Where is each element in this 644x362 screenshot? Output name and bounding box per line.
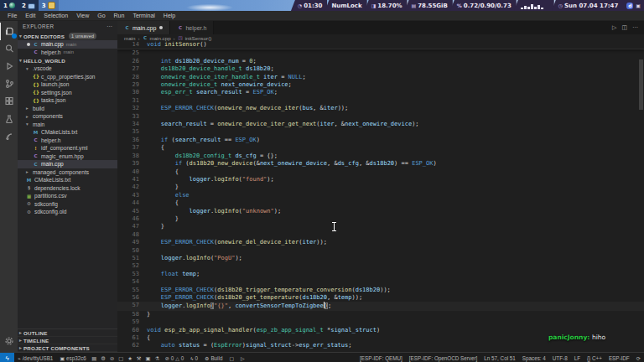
activitybar-settings[interactable] <box>0 333 18 350</box>
split-editor-icon[interactable]: ◫ <box>621 24 627 31</box>
tree-item-launch.json[interactable]: {}launch.json <box>18 80 117 89</box>
tree-item-CMakeLists.txt[interactable]: MCMakeLists.txt <box>18 128 117 137</box>
tree-item-managed_components[interactable]: ▸managed_components <box>18 168 117 177</box>
code-line-30[interactable]: 30 esp_err_t search_result = ESP_OK; <box>117 89 644 96</box>
code-line-47[interactable]: 47 } <box>117 223 644 230</box>
statusbar-espidf[interactable]: ESP-IDF <box>605 355 633 361</box>
open-editor-main.cpp[interactable]: Cmain.cppmain <box>18 40 117 49</box>
activitybar-testing[interactable] <box>0 111 18 128</box>
code-line-34[interactable]: 34 search_result = onewire_device_iter_g… <box>117 121 644 128</box>
code-line-53[interactable]: 53 float temp; <box>117 271 644 278</box>
code-line-43[interactable]: 43 else <box>117 192 644 199</box>
code-line-26[interactable]: 26 int ds18b20_device_num = 0; <box>117 58 644 65</box>
breadcrumb-main[interactable]: main <box>124 35 135 41</box>
espidf-build-box-icon[interactable]: ▢ <box>117 355 126 361</box>
menu-terminal[interactable]: Terminal <box>128 13 158 18</box>
statusbar-run-task[interactable]: ▷ <box>237 355 248 361</box>
code-line-25[interactable]: 25 <box>117 49 644 57</box>
tree-item-dependencies.lock[interactable]: §dependencies.lock <box>18 184 117 193</box>
tray-display-icon[interactable]: ▣ <box>636 3 641 8</box>
tree-item-tasks.json[interactable]: {}tasks.json <box>18 96 117 105</box>
statusbar-folder[interactable]: ▢ <box>226 355 237 361</box>
statusbar-sync[interactable]: ⟳ <box>633 355 644 361</box>
menu-run[interactable]: Run <box>110 13 129 18</box>
workspace-2[interactable]: 2 <box>18 0 39 11</box>
section-timeline[interactable]: ▸TIMELINE <box>18 337 117 344</box>
tree-item-magic_enum.hpp[interactable]: Cmagic_enum.hpp <box>18 153 117 161</box>
breadcrumb-initSensor()[interactable]: ◳initSensor() <box>178 35 212 41</box>
activitybar-espressif[interactable] <box>0 128 18 146</box>
tray-app-icon[interactable]: d <box>626 3 633 9</box>
code-line-38[interactable]: 38 ds18b20_config_t ds_cfg = {}; <box>117 153 644 160</box>
code-line-46[interactable]: 46 } <box>117 215 644 223</box>
statusbar-indentation[interactable]: Spaces: 4 <box>519 355 549 361</box>
open-editors-header[interactable]: ▾ OPEN EDITORS 1 unsaved <box>18 32 117 40</box>
menu-edit[interactable]: Edit <box>21 13 39 18</box>
tab-helper.h[interactable]: Chelper.h <box>170 21 214 34</box>
code-line-40[interactable]: 40 { <box>117 168 644 176</box>
menu-selection[interactable]: Selection <box>39 13 72 18</box>
espidf-test-flask-icon[interactable]: ⚗ <box>153 355 162 361</box>
menu-go[interactable]: Go <box>93 13 109 18</box>
statusbar-flash-count[interactable]: ϟ0 <box>187 355 201 361</box>
code-line-48[interactable]: 48 <box>117 231 644 239</box>
code-line-56[interactable]: 56 ESP_ERROR_CHECK(ds18b20_get_temperatu… <box>117 294 644 302</box>
activitybar-search[interactable] <box>0 40 18 58</box>
tree-item-settings.json[interactable]: {}settings.json <box>18 89 117 97</box>
breadcrumb[interactable]: main›Cmain.cpp›◳initSensor() <box>117 34 644 41</box>
breadcrumb-main.cpp[interactable]: Cmain.cpp <box>142 35 170 41</box>
tree-item-.vscode[interactable]: ▾.vscode <box>18 65 117 73</box>
code-line-35[interactable]: 35 <box>117 128 644 136</box>
tree-item-sdkconfig.old[interactable]: ⚙sdkconfig.old <box>18 208 117 216</box>
code-line-28[interactable]: 28 onewire_device_iter_handle_t iter = N… <box>117 74 644 81</box>
menu-file[interactable]: File <box>3 13 21 18</box>
tree-item-CMakeLists.txt[interactable]: MCMakeLists.txt <box>18 176 117 184</box>
statusbar-espidf-qemu[interactable]: [ESP-IDF: QEMU] <box>356 355 406 361</box>
code-line-45[interactable]: 45 logger.logInfo("unknown"); <box>117 208 644 215</box>
code-line-31[interactable]: 31 <box>117 97 644 105</box>
activitybar-explorer[interactable] <box>0 23 18 40</box>
code-line-36[interactable]: 36 if (search_result == ESP_OK) <box>117 137 644 144</box>
tab-main.cpp[interactable]: Cmain.cpp <box>117 21 170 34</box>
code-line-52[interactable]: 52 <box>117 262 644 270</box>
code-line-51[interactable]: 51 logger.logInfo("PogU"); <box>117 255 644 262</box>
tree-item-sdkconfig[interactable]: ⚙sdkconfig <box>18 200 117 209</box>
statusbar-espidf-openocd[interactable]: [ESP-IDF: OpenOCD Server] <box>406 355 481 361</box>
statusbar-cursor-position[interactable]: Ln 57, Col 51 <box>480 355 518 361</box>
statusbar-build-task[interactable]: ⚙Build <box>201 355 226 361</box>
code-line-55[interactable]: 55 ESP_ERROR_CHECK(ds18b20_trigger_tempe… <box>117 287 644 294</box>
espidf-monitor-icon[interactable]: ▣ <box>143 355 153 361</box>
sticky-scroll-line[interactable]: 14void initSensor() <box>117 41 644 49</box>
section-project-components[interactable]: ▸PROJECT COMPONENTS <box>18 344 117 352</box>
menu-help[interactable]: Help <box>159 13 179 18</box>
tree-item-partitions.csv[interactable]: ▦partitions.csv <box>18 192 117 200</box>
code-line-33[interactable]: 33 <box>117 113 644 121</box>
code-line-54[interactable]: 54 <box>117 278 644 286</box>
code-line-37[interactable]: 37 { <box>117 144 644 152</box>
code-line-49[interactable]: 49 ESP_ERROR_CHECK(onewire_del_device_it… <box>117 239 644 246</box>
device-target-item[interactable]: ▣ esp32c6 <box>56 355 89 361</box>
remote-indicator[interactable]: ϟ <box>0 353 14 362</box>
tree-item-build[interactable]: ▸build <box>18 105 117 113</box>
code-line-41[interactable]: 41 logger.logInfo("found"); <box>117 176 644 184</box>
open-editor-helper.h[interactable]: Chelper.hmain <box>18 49 117 57</box>
activitybar-extensions[interactable] <box>0 93 18 111</box>
statusbar-eol[interactable]: LF <box>571 355 584 361</box>
espidf-flash-star-icon[interactable]: ★ <box>126 355 135 361</box>
tree-item-components[interactable]: ▸components <box>18 112 117 121</box>
tree-item-c_cpp_properties.json[interactable]: {}c_cpp_properties.json <box>18 73 117 81</box>
code-line-44[interactable]: 44 { <box>117 199 644 207</box>
code-line-58[interactable]: 58} <box>117 311 644 318</box>
espidf-menuconfig-gear-icon[interactable]: ⚙ <box>99 355 108 361</box>
workspace-3[interactable]: 3 <box>39 0 59 11</box>
espidf-copy-icon[interactable]: ▤ <box>90 355 99 361</box>
code-line-62[interactable]: 62 auto status = (EspError)signal_struct… <box>117 342 644 349</box>
code-line-32[interactable]: 32 ESP_ERROR_CHECK(onewire_new_device_it… <box>117 105 644 112</box>
section-outline[interactable]: ▸OUTLINE <box>18 329 117 337</box>
code-line-14[interactable]: 14void initSensor() <box>117 41 644 49</box>
root-folder-header[interactable]: ▾ HELLO_WORLD <box>18 56 117 65</box>
code-line-50[interactable]: 50 <box>117 247 644 255</box>
code-line-57[interactable]: 57 logger.logInfo("{}", convertSensorTem… <box>117 302 644 310</box>
code-editor[interactable]: 14void initSensor() 2526 int ds18b20_dev… <box>117 41 644 352</box>
serial-port-item[interactable]: ⌁ /dev/ttyUSB1 <box>14 355 56 361</box>
